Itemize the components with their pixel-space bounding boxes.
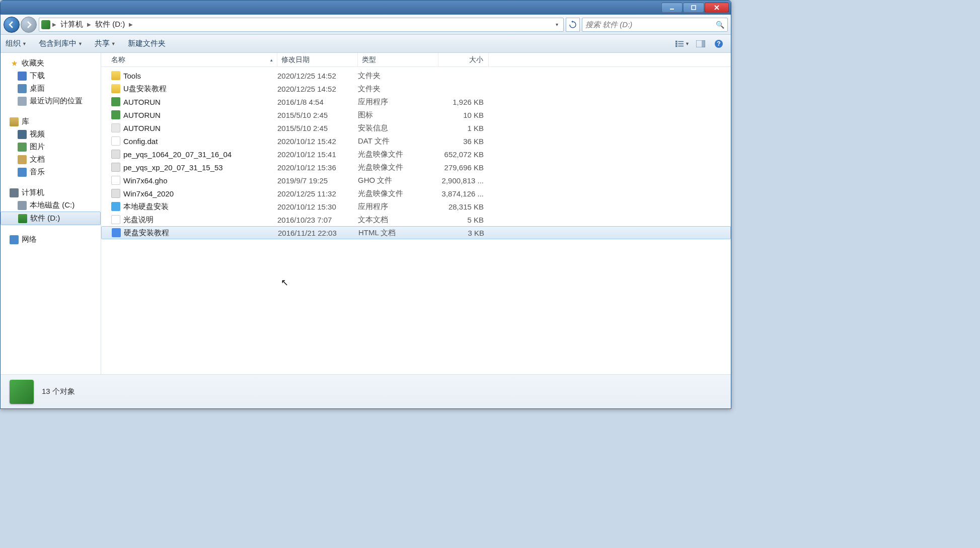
file-size: 28,315 KB <box>438 202 489 211</box>
file-type: GHO 文件 <box>358 176 438 185</box>
breadcrumb[interactable]: ▶ 计算机 ▶ 软件 (D:) ▶ ▾ <box>39 18 564 32</box>
file-row[interactable]: AUTORUN 2016/1/8 4:54 应用程序 1,926 KB <box>101 95 731 108</box>
file-row[interactable]: pe_yqs_xp_20_07_31_15_53 2020/10/12 15:3… <box>101 161 731 174</box>
sidebar-downloads[interactable]: 下载 <box>1 70 101 82</box>
file-name: AUTORUN <box>123 111 161 119</box>
svg-rect-9 <box>702 40 705 47</box>
sidebar-network-header[interactable]: 网络 <box>1 233 101 246</box>
sidebar-libraries-header[interactable]: 库 <box>1 115 101 128</box>
breadcrumb-dropdown[interactable]: ▾ <box>552 22 561 27</box>
organize-button[interactable]: 组织 ▼ <box>6 39 27 48</box>
file-row[interactable]: U盘安装教程 2020/12/25 14:52 文件夹 <box>101 82 731 95</box>
file-row[interactable]: 本地硬盘安装 2020/10/12 15:30 应用程序 28,315 KB <box>101 200 731 213</box>
file-size: 10 KB <box>438 111 489 119</box>
file-row[interactable]: Win7x64.gho 2019/9/7 19:25 GHO 文件 2,900,… <box>101 174 731 187</box>
svg-rect-4 <box>675 43 677 45</box>
back-button[interactable] <box>4 17 20 33</box>
document-icon <box>18 155 27 164</box>
chevron-right-icon: ▶ <box>52 22 56 27</box>
sidebar-recent[interactable]: 最近访问的位置 <box>1 95 101 107</box>
preview-pane-button[interactable] <box>694 38 708 50</box>
toolbar: 组织 ▼ 包含到库中 ▼ 共享 ▼ 新建文件夹 ▼ ? <box>1 35 731 53</box>
file-date: 2015/5/10 2:45 <box>277 111 358 119</box>
file-row[interactable]: 硬盘安装教程 2016/11/21 22:03 HTML 文档 3 KB <box>101 226 731 239</box>
maximize-button[interactable] <box>683 3 704 13</box>
file-row[interactable]: Win7x64_2020 2020/12/25 11:32 光盘映像文件 3,8… <box>101 187 731 200</box>
file-icon <box>111 150 120 159</box>
sidebar-favorites-header[interactable]: ★ 收藏夹 <box>1 57 101 70</box>
downloads-label: 下载 <box>30 71 45 81</box>
file-name: Tools <box>123 72 141 80</box>
file-size: 652,072 KB <box>438 150 489 159</box>
file-name: Config.dat <box>123 137 158 146</box>
sidebar-computer-header[interactable]: 计算机 <box>1 186 101 199</box>
file-size: 5 KB <box>438 216 489 224</box>
file-size: 1,926 KB <box>438 98 489 106</box>
svg-rect-1 <box>692 6 696 10</box>
file-row[interactable]: 光盘说明 2016/10/23 7:07 文本文档 5 KB <box>101 213 731 226</box>
sidebar-videos[interactable]: 视频 <box>1 128 101 141</box>
file-row[interactable]: Config.dat 2020/10/12 15:42 DAT 文件 36 KB <box>101 134 731 148</box>
file-size: 3 KB <box>439 229 489 237</box>
include-library-button[interactable]: 包含到库中 ▼ <box>39 39 83 48</box>
help-button[interactable]: ? <box>712 38 726 50</box>
file-row[interactable]: pe_yqs_1064_20_07_31_16_04 2020/10/12 15… <box>101 148 731 161</box>
file-date: 2020/10/12 15:30 <box>277 202 358 211</box>
minimize-button[interactable] <box>661 3 683 13</box>
close-button[interactable] <box>705 3 729 13</box>
navigation-pane[interactable]: ★ 收藏夹 下载 桌面 最近访问的位置 <box>1 53 101 374</box>
sidebar-pictures[interactable]: 图片 <box>1 141 101 153</box>
file-list[interactable]: Tools 2020/12/25 14:52 文件夹 U盘安装教程 2020/1… <box>101 67 731 374</box>
columns-header: 名称 ▴ 修改日期 类型 大小 <box>101 53 731 67</box>
details-pane: 13 个对象 <box>1 374 731 408</box>
library-icon <box>10 117 19 126</box>
file-icon <box>111 123 120 132</box>
file-name: 硬盘安装教程 <box>124 228 169 238</box>
disk-d-label: 软件 (D:) <box>30 214 60 223</box>
column-type[interactable]: 类型 <box>358 53 438 66</box>
content-pane: 名称 ▴ 修改日期 类型 大小 Tools 2020/12/25 14:52 文… <box>101 53 731 374</box>
sidebar-music[interactable]: 音乐 <box>1 166 101 178</box>
search-box[interactable]: 🔍 <box>582 18 728 32</box>
pictures-label: 图片 <box>30 142 45 152</box>
file-row[interactable]: AUTORUN 2015/5/10 2:45 安装信息 1 KB <box>101 121 731 134</box>
view-button[interactable]: ▼ <box>675 38 690 50</box>
col-size-label: 大小 <box>469 55 483 64</box>
column-name[interactable]: 名称 ▴ <box>101 53 277 66</box>
file-date: 2016/1/8 4:54 <box>277 98 358 106</box>
share-button[interactable]: 共享 ▼ <box>95 39 116 48</box>
file-type: 文本文档 <box>358 215 438 225</box>
computer-group: 计算机 本地磁盘 (C:) 软件 (D:) <box>1 186 101 225</box>
file-name: AUTORUN <box>123 98 161 106</box>
file-row[interactable]: Tools 2020/12/25 14:52 文件夹 <box>101 69 731 82</box>
sidebar-disk-d[interactable]: 软件 (D:) <box>1 212 101 225</box>
toolbar-right: ▼ ? <box>675 38 726 50</box>
navigation-bar: ▶ 计算机 ▶ 软件 (D:) ▶ ▾ 🔍 <box>1 15 731 35</box>
breadcrumb-drive[interactable]: 软件 (D:) <box>93 19 127 30</box>
column-date[interactable]: 修改日期 <box>277 53 358 66</box>
file-type: 图标 <box>358 110 438 120</box>
file-size: 36 KB <box>438 137 489 146</box>
file-icon <box>111 97 120 106</box>
new-folder-button[interactable]: 新建文件夹 <box>128 39 166 48</box>
file-date: 2015/5/10 2:45 <box>277 124 358 132</box>
svg-rect-2 <box>675 40 677 42</box>
window-controls <box>661 3 729 13</box>
recent-icon <box>18 97 27 106</box>
forward-button[interactable] <box>21 17 37 33</box>
refresh-button[interactable] <box>566 18 580 32</box>
sidebar-disk-c[interactable]: 本地磁盘 (C:) <box>1 199 101 212</box>
download-icon <box>18 72 27 81</box>
file-type: 安装信息 <box>358 123 438 133</box>
file-size: 1 KB <box>438 124 489 132</box>
explorer-window: ▶ 计算机 ▶ 软件 (D:) ▶ ▾ 🔍 组织 ▼ 包含到库中 ▼ 共享 ▼ <box>0 0 731 409</box>
search-input[interactable] <box>585 20 716 29</box>
sidebar-desktop[interactable]: 桌面 <box>1 82 101 95</box>
file-date: 2020/12/25 14:52 <box>277 85 358 93</box>
file-row[interactable]: AUTORUN 2015/5/10 2:45 图标 10 KB <box>101 108 731 121</box>
titlebar[interactable] <box>1 1 731 15</box>
network-icon <box>10 235 19 244</box>
breadcrumb-computer[interactable]: 计算机 <box>58 19 85 30</box>
column-size[interactable]: 大小 <box>438 53 489 66</box>
sidebar-documents[interactable]: 文档 <box>1 153 101 166</box>
